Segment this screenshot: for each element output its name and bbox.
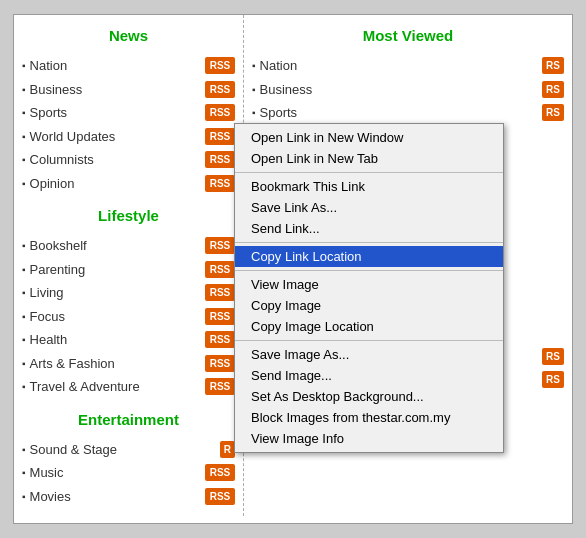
list-item[interactable]: Arts & Fashion RSS [14, 352, 243, 376]
list-item[interactable]: Columnists RSS [14, 148, 243, 172]
list-item[interactable]: Opinion RSS [14, 172, 243, 196]
item-label: Columnists [30, 150, 94, 170]
rss-button[interactable]: RSS [205, 284, 235, 301]
list-item[interactable]: Sports RS [244, 101, 572, 125]
item-label: Focus [30, 307, 65, 327]
rss-button[interactable]: RSS [205, 81, 235, 98]
entertainment-section-title: Entertainment [14, 407, 243, 432]
item-label: Bookshelf [30, 236, 87, 256]
rss-button[interactable]: RSS [205, 151, 235, 168]
ctx-send-image[interactable]: Send Image... [235, 365, 503, 386]
item-label: Travel & Adventure [30, 377, 140, 397]
list-item[interactable]: Sound & Stage R [14, 438, 243, 462]
ctx-copy-link-location[interactable]: Copy Link Location [235, 246, 503, 267]
item-label: Movies [30, 487, 71, 507]
ctx-block-images[interactable]: Block Images from thestar.com.my [235, 407, 503, 428]
list-item[interactable]: Business RS [244, 78, 572, 102]
rss-button-partial[interactable]: RS [542, 81, 564, 98]
rss-button[interactable]: RSS [205, 261, 235, 278]
ctx-open-new-window[interactable]: Open Link in New Window [235, 127, 503, 148]
ctx-copy-image[interactable]: Copy Image [235, 295, 503, 316]
item-label: Parenting [30, 260, 86, 280]
list-item[interactable]: Health RSS [14, 328, 243, 352]
rss-button[interactable]: RSS [205, 104, 235, 121]
list-item[interactable]: Parenting RSS [14, 258, 243, 282]
rss-button-partial[interactable]: R [220, 441, 235, 458]
item-label: Business [260, 80, 313, 100]
rss-button[interactable]: RSS [205, 378, 235, 395]
rss-button[interactable]: RSS [205, 175, 235, 192]
lifestyle-section-title: Lifestyle [14, 203, 243, 228]
item-label: Health [30, 330, 68, 350]
item-label: Opinion [30, 174, 75, 194]
ctx-separator-3 [235, 270, 503, 271]
item-label: Nation [260, 56, 298, 76]
ctx-send-link[interactable]: Send Link... [235, 218, 503, 239]
list-item[interactable]: Bookshelf RSS [14, 234, 243, 258]
item-label: Music [30, 463, 64, 483]
rss-button[interactable]: RSS [205, 464, 235, 481]
rss-button[interactable]: RSS [205, 57, 235, 74]
ctx-separator-4 [235, 340, 503, 341]
item-label: Living [30, 283, 64, 303]
page-wrapper: News Nation RSS Business RSS Sports RSS … [13, 14, 573, 524]
item-label: Sports [260, 103, 298, 123]
left-column: News Nation RSS Business RSS Sports RSS … [14, 15, 244, 516]
list-item[interactable]: Travel & Adventure RSS [14, 375, 243, 399]
rss-button-partial[interactable]: RS [542, 371, 564, 388]
ctx-view-image[interactable]: View Image [235, 274, 503, 295]
most-viewed-title: Most Viewed [244, 23, 572, 48]
context-menu: Open Link in New Window Open Link in New… [234, 123, 504, 453]
list-item[interactable]: Sports RSS [14, 101, 243, 125]
item-label: Business [30, 80, 83, 100]
list-item[interactable]: Nation RS [244, 54, 572, 78]
ctx-copy-image-location[interactable]: Copy Image Location [235, 316, 503, 337]
list-item[interactable]: Movies RSS [14, 485, 243, 509]
list-item[interactable]: Nation RSS [14, 54, 243, 78]
rss-button[interactable]: RSS [205, 237, 235, 254]
rss-button-partial[interactable]: RS [542, 57, 564, 74]
ctx-separator-1 [235, 172, 503, 173]
item-label: Sound & Stage [30, 440, 117, 460]
ctx-save-image[interactable]: Save Image As... [235, 344, 503, 365]
ctx-set-desktop[interactable]: Set As Desktop Background... [235, 386, 503, 407]
ctx-open-new-tab[interactable]: Open Link in New Tab [235, 148, 503, 169]
rss-button[interactable]: RSS [205, 308, 235, 325]
rss-button[interactable]: RSS [205, 331, 235, 348]
list-item[interactable]: Business RSS [14, 78, 243, 102]
ctx-save-link[interactable]: Save Link As... [235, 197, 503, 218]
list-item[interactable]: Music RSS [14, 461, 243, 485]
news-section-title: News [14, 23, 243, 48]
item-label: World Updates [30, 127, 116, 147]
item-label: Sports [30, 103, 68, 123]
ctx-bookmark-link[interactable]: Bookmark This Link [235, 176, 503, 197]
rss-button[interactable]: RSS [205, 128, 235, 145]
list-item[interactable]: World Updates RSS [14, 125, 243, 149]
list-item[interactable]: Living RSS [14, 281, 243, 305]
ctx-view-image-info[interactable]: View Image Info [235, 428, 503, 449]
rss-button-partial[interactable]: RS [542, 348, 564, 365]
ctx-separator-2 [235, 242, 503, 243]
item-label: Arts & Fashion [30, 354, 115, 374]
list-item[interactable]: Focus RSS [14, 305, 243, 329]
item-label: Nation [30, 56, 68, 76]
rss-button-partial[interactable]: RS [542, 104, 564, 121]
rss-button[interactable]: RSS [205, 355, 235, 372]
rss-button[interactable]: RSS [205, 488, 235, 505]
